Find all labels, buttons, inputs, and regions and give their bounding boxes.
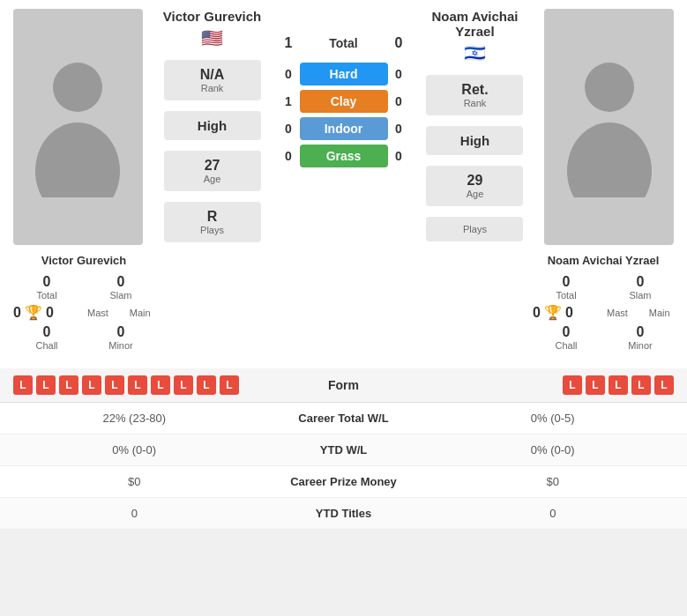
form-right: LLLLL: [410, 375, 675, 395]
indoor-score-right: 0: [388, 122, 410, 136]
center-spacer: [159, 254, 528, 351]
form-left: LLLLLLLLLL: [13, 375, 278, 395]
clay-score-left: 1: [278, 94, 300, 108]
stats-center-0: Career Total W/L: [256, 412, 432, 425]
hard-score-right: 0: [388, 67, 410, 81]
form-badge-left: L: [151, 375, 170, 395]
surface-rows: 0 Hard 0 1 Clay 0 0 Indoor 0: [278, 58, 410, 172]
left-trophy-icon: 🏆: [25, 304, 42, 321]
stats-left-2: $0: [13, 475, 256, 488]
stats-center-1: YTD W/L: [256, 443, 432, 456]
form-badge-right: L: [654, 375, 674, 395]
left-flag: 🇺🇸: [201, 27, 223, 48]
left-high-box: High: [164, 111, 261, 140]
stats-center-3: YTD Titles: [256, 507, 432, 520]
total-score-left: 1: [278, 35, 300, 51]
form-badge-right: L: [563, 375, 582, 395]
right-player-label: Noam Avichai Yzrael: [528, 254, 678, 267]
left-age-box: 27 Age: [164, 151, 261, 191]
hard-badge: Hard: [300, 63, 388, 85]
right-high-box: High: [426, 126, 523, 155]
total-label: Total: [300, 36, 388, 50]
right-mast-stat: 0 🏆 0: [533, 304, 600, 321]
form-badge-left: L: [82, 375, 101, 395]
stats-rows-container: 22% (23-80) Career Total W/L 0% (0-5) 0%…: [0, 403, 687, 530]
surface-row-indoor: 0 Indoor 0: [278, 117, 410, 140]
indoor-score-left: 0: [278, 122, 300, 136]
right-minor-stat: 0 Minor: [607, 324, 674, 351]
left-player-photo: [13, 9, 143, 245]
stats-right-3: 0: [432, 507, 675, 520]
form-badge-left: L: [174, 375, 193, 395]
stats-row-1: 0% (0-0) YTD W/L 0% (0-0): [0, 434, 687, 466]
clay-score-right: 0: [388, 94, 410, 108]
player-section: Victor Gurevich 🇺🇸 N/A Rank High 27 Age …: [0, 0, 687, 254]
stats-left-1: 0% (0-0): [13, 443, 256, 456]
left-mast-stat: 0 🏆 0: [13, 304, 80, 321]
left-plays-box: R Plays: [164, 202, 261, 242]
grass-badge: Grass: [300, 145, 388, 167]
form-badge-left: L: [105, 375, 124, 395]
right-trophy-icon: 🏆: [544, 304, 562, 321]
left-player-stats: Victor Gurevich 0 Total 0 Slam 0 🏆 0 Mas: [9, 254, 159, 351]
form-badge-left: L: [59, 375, 78, 395]
stats-right-0: 0% (0-5): [432, 412, 675, 425]
clay-badge: Clay: [300, 90, 388, 113]
main-container: Victor Gurevich 🇺🇸 N/A Rank High 27 Age …: [0, 0, 687, 530]
bottom-section: LLLLLLLLLL Form LLLLL 22% (23-80) Career…: [0, 368, 687, 530]
form-badge-right: L: [631, 375, 651, 395]
right-total-stat: 0 Total: [533, 274, 600, 301]
stats-row-2: $0 Career Prize Money $0: [0, 466, 687, 498]
form-badge-right: L: [586, 375, 605, 395]
form-badge-left: L: [220, 375, 239, 395]
indoor-badge: Indoor: [300, 117, 388, 140]
grass-score-right: 0: [388, 149, 410, 163]
form-badge-left: L: [128, 375, 147, 395]
stats-row-0: 22% (23-80) Career Total W/L 0% (0-5): [0, 403, 687, 434]
form-badge-left: L: [197, 375, 216, 395]
stats-right-1: 0% (0-0): [432, 443, 675, 456]
center-panel: 1 Total 0 0 Hard 0 1 Clay 0: [278, 9, 410, 245]
form-badge-right: L: [609, 375, 628, 395]
right-slam-stat: 0 Slam: [607, 274, 674, 301]
form-row: LLLLLLLLLL Form LLLLL: [0, 368, 687, 403]
right-player-photo: [544, 9, 674, 245]
form-badge-left: L: [36, 375, 56, 395]
left-mast-label-row: Mast Main: [87, 304, 154, 321]
right-chall-stat: 0 Chall: [533, 324, 600, 351]
form-badge-left: L: [13, 375, 33, 395]
stats-row-3: 0 YTD Titles 0: [0, 498, 687, 530]
left-minor-stat: 0 Minor: [87, 324, 154, 351]
left-slam-stat: 0 Slam: [87, 274, 154, 301]
player-stats-row: Victor Gurevich 0 Total 0 Slam 0 🏆 0 Mas: [0, 254, 687, 360]
stats-center-2: Career Prize Money: [256, 475, 432, 488]
svg-point-2: [585, 63, 634, 112]
grass-score-left: 0: [278, 149, 300, 163]
right-player-name-center: Noam Avichai Yzrael: [414, 9, 536, 39]
stats-left-0: 22% (23-80): [13, 412, 256, 425]
total-score-right: 0: [388, 35, 410, 51]
left-total-stat: 0 Total: [13, 274, 80, 301]
right-player-stats: Noam Avichai Yzrael 0 Total 0 Slam 0 🏆 0: [528, 254, 678, 351]
left-chall-stat: 0 Chall: [13, 324, 80, 351]
left-player-name: Victor Gurevich: [163, 9, 261, 24]
surface-row-grass: 0 Grass 0: [278, 145, 410, 167]
right-age-box: 29 Age: [426, 166, 523, 206]
svg-point-1: [35, 122, 120, 197]
right-mast-label-row: Mast Main: [607, 304, 674, 321]
stats-right-2: $0: [432, 475, 675, 488]
svg-point-3: [567, 122, 652, 197]
right-plays-box: Plays: [426, 217, 523, 241]
hard-score-left: 0: [278, 67, 300, 81]
right-rank-box: Ret. Rank: [426, 75, 523, 115]
left-player-label: Victor Gurevich: [9, 254, 159, 267]
stats-left-3: 0: [13, 507, 256, 520]
left-rank-box: N/A Rank: [164, 60, 261, 100]
surface-row-clay: 1 Clay 0: [278, 90, 410, 113]
form-center-label: Form: [278, 378, 410, 392]
svg-point-0: [53, 63, 102, 112]
right-flag: 🇮🇱: [464, 42, 486, 63]
surface-row-hard: 0 Hard 0: [278, 63, 410, 85]
